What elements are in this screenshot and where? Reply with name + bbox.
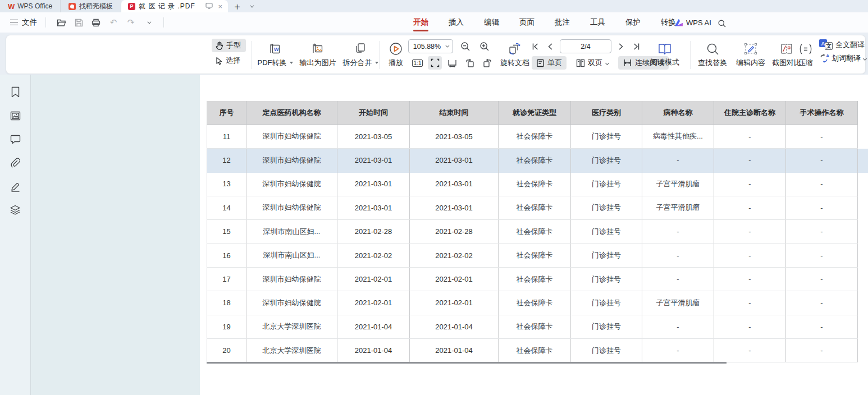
edit-content-button[interactable]: 编辑内容 — [734, 40, 768, 70]
last-page-icon[interactable] — [631, 40, 642, 53]
comment-icon[interactable] — [9, 133, 21, 145]
redo-icon[interactable]: ↷ — [124, 16, 138, 29]
table-cell: 2021-03-01 — [337, 148, 410, 172]
med-table: 序号定点医药机构名称开始时间结束时间就诊凭证类型医疗类别病种名称住院主诊断名称手… — [207, 101, 858, 362]
save-icon[interactable] — [72, 16, 85, 29]
next-page-icon[interactable] — [615, 40, 627, 53]
ribbon-tab-保护[interactable]: 保护 — [625, 12, 641, 33]
word-translate-button[interactable]: A 划词翻译 — [819, 53, 866, 63]
file-menu[interactable]: 文件 — [22, 17, 37, 27]
menu-search-icon[interactable] — [715, 17, 729, 30]
find-replace-button[interactable]: 查找替换 — [695, 40, 730, 70]
previous-page-icon[interactable] — [545, 40, 556, 53]
table-row[interactable]: 19北京大学深圳医院2021-01-042021-01-04社会保障卡门诊挂号-… — [207, 315, 858, 338]
table-cell: 深圳市南山区妇... — [246, 244, 337, 267]
quick-access-chevron-icon[interactable] — [141, 16, 155, 29]
play-button[interactable]: 播放 — [381, 40, 410, 70]
app-tab-docer-templates[interactable]: 找稻壳模板 — [61, 0, 121, 12]
table-row[interactable]: 14深圳市妇幼保健院2021-03-012021-03-01社会保障卡门诊挂号子… — [207, 196, 858, 219]
table-row[interactable]: 15深圳市南山区妇...2021-02-282021-02-28社会保障卡门诊挂… — [207, 220, 858, 244]
wps-ai-button[interactable]: WPS AI — [675, 12, 711, 33]
select-tool-button[interactable]: 选择 — [212, 54, 246, 67]
fit-page-button[interactable] — [428, 56, 442, 70]
bookmark-icon[interactable] — [9, 86, 21, 98]
hand-tool-button[interactable]: 手型 — [212, 39, 246, 52]
table-row[interactable]: 18深圳市妇幼保健院2021-02-012021-02-01社会保障卡门诊挂号子… — [207, 291, 858, 315]
zoom-level-select[interactable]: 105.88% — [408, 39, 453, 53]
close-tab-icon[interactable]: × — [218, 2, 222, 11]
export-image-icon — [310, 42, 325, 56]
first-page-icon[interactable] — [529, 40, 541, 53]
zoom-in-icon[interactable] — [478, 40, 491, 53]
divider — [163, 17, 164, 27]
screen-cast-icon[interactable] — [204, 2, 213, 11]
svg-text:W: W — [274, 47, 279, 52]
ribbon-tab-页面[interactable]: 页面 — [519, 12, 534, 33]
open-file-icon[interactable] — [54, 16, 68, 29]
hand-icon — [215, 41, 223, 50]
pdf-page[interactable]: 序号定点医药机构名称开始时间结束时间就诊凭证类型医疗类别病种名称住院主诊断名称手… — [200, 75, 868, 395]
table-row[interactable]: 17深圳市妇幼保健院2021-02-012021-02-01社会保障卡门诊挂号-… — [207, 267, 858, 291]
ribbon-tab-编辑[interactable]: 编辑 — [484, 12, 499, 33]
zoom-out-icon[interactable] — [459, 40, 472, 53]
ribbon-tab-批注[interactable]: 批注 — [555, 12, 570, 33]
rotate-right-icon[interactable] — [480, 56, 494, 70]
table-row[interactable]: 12深圳市妇幼保健院2021-03-012021-03-01社会保障卡门诊挂号-… — [207, 148, 858, 172]
chevron-down-icon — [605, 61, 609, 65]
app-tab-label: WPS Office — [17, 2, 52, 10]
document-tab[interactable]: P 就 医 记 录 .PDF × — [121, 0, 228, 12]
double-page-button[interactable]: 双页 — [572, 56, 613, 70]
full-text-translate-button[interactable]: A 文 全文翻译 — [819, 39, 866, 50]
thumbnail-image-icon[interactable] — [9, 109, 21, 122]
document-viewport: 序号定点医药机构名称开始时间结束时间就诊凭证类型医疗类别病种名称住院主诊断名称手… — [0, 75, 868, 395]
layers-icon[interactable] — [9, 204, 21, 216]
play-icon — [389, 42, 403, 56]
table-cell: 门诊挂号 — [571, 148, 642, 172]
rotate-left-icon[interactable] — [463, 56, 477, 70]
docer-logo-icon — [68, 3, 76, 10]
table-cell: - — [786, 244, 858, 267]
reading-mode-button[interactable]: 阅读模式 — [647, 40, 682, 70]
compress-button[interactable]: 压缩 — [793, 40, 818, 70]
attachment-icon[interactable] — [9, 157, 21, 169]
table-row[interactable]: 16深圳市南山区妇...2021-02-022021-02-02社会保障卡门诊挂… — [207, 244, 858, 267]
hamburger-icon[interactable] — [10, 20, 18, 25]
table-cell: 门诊挂号 — [571, 315, 642, 338]
actual-size-button[interactable]: 1:1 — [410, 56, 424, 70]
table-cell: 2021-03-05 — [337, 125, 410, 148]
ribbon-tab-转换[interactable]: 转换 — [661, 12, 676, 33]
table-cell: 社会保障卡 — [499, 315, 571, 338]
print-icon[interactable] — [89, 16, 103, 29]
signature-pen-icon[interactable] — [9, 180, 21, 192]
table-cell: - — [642, 148, 714, 172]
undo-icon[interactable]: ↶ — [107, 16, 120, 29]
single-page-button[interactable]: 单页 — [532, 56, 567, 70]
table-cell: - — [714, 148, 786, 172]
table-cell: 2021-01-04 — [410, 339, 499, 362]
split-merge-button[interactable]: 拆分合并 — [339, 40, 382, 70]
tab-list-chevron-icon[interactable] — [246, 0, 256, 12]
table-cell: 13 — [207, 172, 246, 196]
table-row[interactable]: 20北京大学深圳医院2021-01-042021-01-04社会保障卡门诊挂号-… — [207, 339, 858, 362]
pdf-side-toolbar — [0, 75, 31, 395]
table-cell: 门诊挂号 — [571, 220, 642, 244]
ribbon-tab-工具[interactable]: 工具 — [590, 12, 605, 33]
compress-icon — [798, 43, 813, 56]
table-row[interactable]: 13深圳市妇幼保健院2021-03-012021-03-01社会保障卡门诊挂号子… — [207, 172, 858, 196]
app-tab-wps-office[interactable]: W WPS Office — [0, 0, 61, 12]
table-cell: 社会保障卡 — [499, 125, 571, 148]
page-indicator-input[interactable]: 2/4 — [560, 39, 611, 53]
new-tab-button[interactable]: ＋ — [228, 0, 246, 12]
table-header-row: 序号定点医药机构名称开始时间结束时间就诊凭证类型医疗类别病种名称住院主诊断名称手… — [207, 101, 858, 125]
ribbon-tab-插入[interactable]: 插入 — [449, 12, 464, 33]
ribbon-tab-开始[interactable]: 开始 — [413, 12, 428, 33]
table-row[interactable]: 11深圳市妇幼保健院2021-03-052021-03-05社会保障卡门诊挂号病… — [207, 125, 858, 148]
wps-logo-icon: W — [8, 2, 14, 11]
pdf-convert-icon: W — [268, 42, 282, 56]
table-cell: - — [714, 315, 786, 338]
fit-width-button[interactable] — [445, 56, 459, 70]
export-image-button[interactable]: 输出为图片 — [294, 40, 342, 70]
window-tab-bar: W WPS Office 找稻壳模板 P 就 医 记 录 .PDF × ＋ — [0, 0, 868, 12]
pdf-convert-button[interactable]: W PDF转换 — [252, 40, 298, 70]
table-cell: 深圳市妇幼保健院 — [246, 125, 337, 148]
